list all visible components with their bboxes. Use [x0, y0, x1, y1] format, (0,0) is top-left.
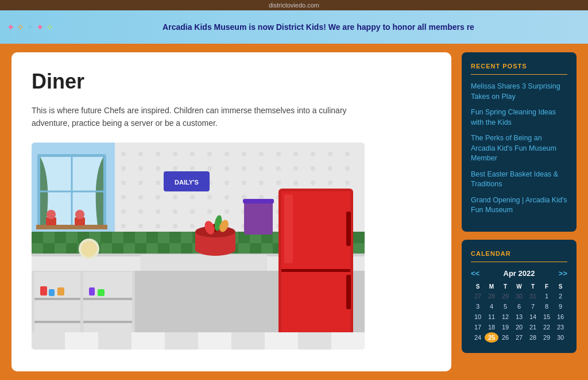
svg-point-74: [156, 224, 160, 228]
svg-point-19: [173, 166, 177, 171]
svg-rect-183: [49, 289, 55, 296]
calendar-day[interactable]: 16: [554, 312, 567, 322]
cal-day-t2: T: [526, 282, 540, 291]
svg-point-32: [156, 181, 160, 185]
calendar-day[interactable]: 6: [512, 301, 526, 312]
svg-rect-203: [244, 200, 273, 235]
svg-point-26: [293, 166, 298, 171]
calendar-day[interactable]: 11: [485, 312, 498, 322]
cal-day-f: F: [540, 282, 554, 291]
calendar-day[interactable]: 30: [512, 291, 526, 301]
calendar-day[interactable]: 15: [540, 312, 554, 322]
svg-point-47: [173, 195, 177, 199]
svg-rect-180: [83, 298, 132, 300]
banner-decorations: ✦ ✧ ✦ ✦ ✧: [6, 21, 55, 34]
svg-rect-192: [346, 275, 351, 309]
svg-rect-214: [298, 332, 331, 350]
star-icon-4: ✦: [36, 22, 44, 33]
calendar-day[interactable]: 27: [471, 291, 485, 301]
svg-point-27: [311, 166, 315, 171]
calendar-day[interactable]: 20: [512, 322, 526, 332]
calendar-day[interactable]: 5: [498, 301, 512, 312]
star-icon-3: ✦: [26, 22, 34, 33]
cal-day-w: W: [512, 282, 526, 291]
calendar-day[interactable]: 28: [485, 291, 498, 301]
svg-point-21: [207, 166, 212, 171]
calendar-day[interactable]: 9: [554, 301, 567, 312]
diner-image: DAILY'S: [32, 143, 365, 350]
calendar-day[interactable]: 23: [554, 322, 567, 332]
content-area: Diner This is where future Chefs are ins…: [11, 52, 451, 371]
svg-point-11: [276, 152, 281, 156]
svg-rect-165: [158, 243, 169, 255]
svg-point-76: [190, 224, 195, 228]
svg-point-2: [121, 152, 126, 156]
svg-point-45: [138, 195, 143, 199]
calendar-week-1: 3456789: [471, 301, 567, 312]
svg-rect-185: [89, 287, 95, 295]
post-link-1[interactable]: Fun Spring Cleaning Ideas with the Kids: [471, 108, 567, 128]
calendar-day[interactable]: 29: [540, 332, 554, 343]
svg-rect-212: [165, 332, 198, 350]
svg-point-23: [242, 166, 246, 171]
calendar-day[interactable]: 12: [498, 312, 512, 322]
calendar-day[interactable]: 21: [526, 322, 540, 332]
calendar-day[interactable]: 2: [554, 291, 567, 301]
svg-point-31: [138, 181, 143, 185]
svg-point-38: [259, 181, 264, 185]
svg-rect-149: [123, 232, 135, 243]
post-link-2[interactable]: The Perks of Being an Arcadia Kid's Fun …: [471, 133, 567, 164]
cal-day-s2: S: [554, 282, 567, 291]
svg-rect-194: [284, 194, 293, 263]
calendar-day[interactable]: 3: [471, 301, 485, 312]
calendar-day[interactable]: 14: [526, 312, 540, 322]
calendar-day[interactable]: 1: [540, 291, 554, 301]
svg-point-6: [190, 152, 195, 156]
recent-posts-box: RECENT POSTS Melissa Shares 3 Surprising…: [462, 52, 577, 232]
calendar-day[interactable]: 24: [471, 332, 485, 343]
calendar-day[interactable]: 26: [498, 332, 512, 343]
post-link-4[interactable]: Grand Opening | Arcadia Kid's Fun Museum: [471, 195, 567, 216]
cal-day-m: M: [485, 282, 498, 291]
calendar-day[interactable]: 8: [540, 301, 554, 312]
calendar-day[interactable]: 17: [471, 322, 485, 332]
cal-day-t1: T: [498, 282, 512, 291]
svg-point-14: [328, 152, 332, 156]
banner-text: Arcadia Kids Museum is now District Kids…: [55, 22, 582, 32]
calendar-box: CALENDAR << Apr 2022 >> S M T W T F S: [462, 240, 577, 353]
calendar-day[interactable]: 28: [526, 332, 540, 343]
calendar-day[interactable]: 7: [526, 301, 540, 312]
sidebar: RECENT POSTS Melissa Shares 3 Surprising…: [462, 52, 577, 371]
calendar-day[interactable]: 22: [540, 322, 554, 332]
calendar-day[interactable]: 10: [471, 312, 485, 322]
svg-point-141: [47, 210, 56, 219]
svg-point-72: [121, 224, 126, 228]
calendar-day[interactable]: 29: [498, 291, 512, 301]
calendar-day[interactable]: 31: [526, 291, 540, 301]
calendar-day[interactable]: 4: [485, 301, 498, 312]
svg-text:DAILY'S: DAILY'S: [175, 179, 199, 186]
svg-point-61: [173, 209, 177, 214]
svg-rect-161: [66, 243, 78, 255]
svg-point-7: [207, 152, 212, 156]
calendar-day[interactable]: 13: [512, 312, 526, 322]
svg-rect-163: [112, 243, 123, 255]
calendar-week-4: 24252627282930: [471, 332, 567, 343]
calendar-header: << Apr 2022 >>: [471, 269, 567, 278]
svg-point-143: [75, 210, 84, 219]
calendar-next-button[interactable]: >>: [559, 269, 567, 278]
svg-point-75: [173, 224, 177, 228]
calendar-day[interactable]: 30: [554, 332, 567, 343]
calendar-day[interactable]: 18: [485, 322, 498, 332]
calendar-day[interactable]: 19: [498, 322, 512, 332]
svg-point-9: [242, 152, 246, 156]
post-link-0[interactable]: Melissa Shares 3 Surprising Takes on Pla…: [471, 82, 567, 102]
calendar-day[interactable]: 25: [485, 332, 498, 343]
announcement-banner: ✦ ✧ ✦ ✦ ✧ Arcadia Kids Museum is now Dis…: [0, 10, 588, 44]
calendar-prev-button[interactable]: <<: [471, 269, 479, 278]
calendar-day[interactable]: 27: [512, 332, 526, 343]
calendar-week-3: 17181920212223: [471, 322, 567, 332]
post-link-3[interactable]: Best Easter Basket Ideas & Traditions: [471, 170, 567, 190]
svg-point-62: [190, 209, 195, 214]
svg-point-52: [259, 195, 264, 199]
